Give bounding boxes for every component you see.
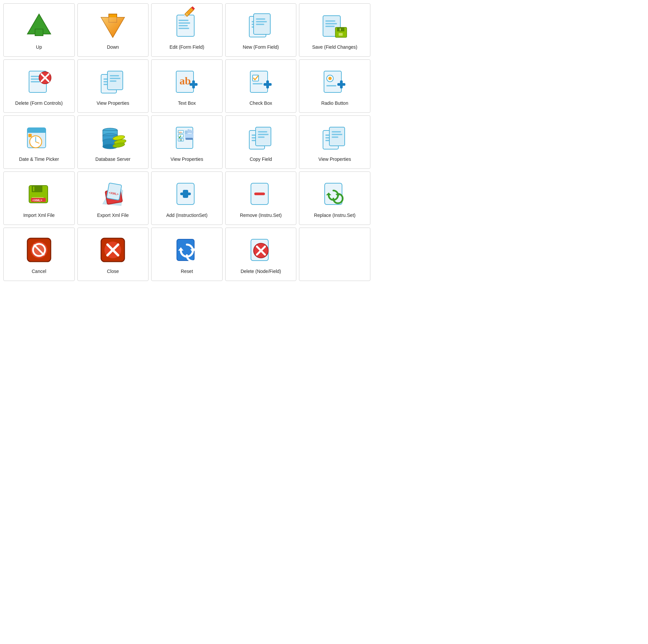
svg-rect-9: [178, 28, 189, 29]
svg-text:als: als: [179, 131, 182, 133]
icon-up: [24, 11, 54, 41]
label-date-time-picker: Date & Time Picker: [19, 156, 59, 163]
label-remove-instruction: Remove (Instru.Set): [240, 212, 282, 219]
cell-view-properties-1[interactable]: View Properties: [77, 59, 149, 113]
icon-add-instruction: [172, 179, 202, 209]
label-replace-instruction: Replace (Instru.Set): [314, 212, 356, 219]
icon-reset: [172, 235, 202, 265]
label-text-box: Text Box: [178, 100, 196, 107]
icon-database-server: [98, 123, 128, 153]
svg-rect-103: [332, 131, 341, 132]
icon-radio-button: [320, 67, 350, 97]
icon-view-properties-3: [320, 123, 350, 153]
svg-rect-44: [110, 80, 116, 82]
svg-rect-62: [28, 131, 46, 133]
cell-save-field-changes[interactable]: Save (Field Changes): [299, 3, 370, 57]
svg-rect-66: [29, 134, 32, 137]
label-view-properties-2: View Properties: [170, 156, 203, 163]
icon-view-properties-2: als: [172, 123, 202, 153]
cell-remove-instruction[interactable]: Remove (Instru.Set): [225, 171, 296, 225]
cell-down[interactable]: Down: [77, 3, 149, 57]
cell-delete-node-field[interactable]: Delete (Node/Field): [225, 227, 296, 281]
cell-add-instruction[interactable]: Add (InstructionSet): [151, 171, 223, 225]
svg-rect-119: [180, 193, 191, 195]
cell-reset[interactable]: Reset: [151, 227, 223, 281]
svg-rect-6: [178, 20, 188, 21]
svg-rect-24: [325, 23, 337, 24]
cell-copy-field[interactable]: Copy Field: [225, 115, 296, 169]
label-export-xml: Export Xml File: [97, 212, 129, 219]
svg-rect-86: [190, 130, 192, 133]
icon-view-properties-1: [98, 67, 128, 97]
svg-rect-25: [325, 26, 335, 27]
cell-empty[interactable]: [299, 227, 370, 281]
cell-date-time-picker[interactable]: Date & Time Picker: [3, 115, 75, 169]
cell-edit-form-field[interactable]: Edit (Form Field): [151, 3, 223, 57]
svg-rect-8: [178, 25, 188, 26]
label-edit-form-field: Edit (Form Field): [169, 44, 204, 51]
svg-rect-19: [256, 18, 265, 20]
cell-view-properties-2[interactable]: als View Properties: [151, 115, 223, 169]
cell-database-server[interactable]: Database Server: [77, 115, 149, 169]
label-add-instruction: Add (InstructionSet): [166, 212, 208, 219]
svg-rect-87: [192, 130, 194, 134]
icon-down: [98, 11, 128, 41]
cell-check-box[interactable]: Check Box: [225, 59, 296, 113]
cell-radio-button[interactable]: Radio Button: [299, 59, 370, 113]
icon-export-xml: <XML>: [98, 179, 128, 209]
icon-cancel: [24, 235, 54, 265]
label-cancel: Cancel: [32, 268, 46, 275]
svg-rect-7: [178, 22, 190, 24]
icon-replace-instruction: [320, 179, 350, 209]
svg-text:ab: ab: [179, 75, 191, 87]
cell-view-properties-3[interactable]: View Properties: [299, 115, 370, 169]
svg-rect-43: [110, 78, 120, 79]
icon-edit-form-field: [172, 11, 202, 41]
label-view-properties-3: View Properties: [318, 156, 351, 163]
label-copy-field: Copy Field: [250, 156, 272, 163]
label-view-properties-1: View Properties: [97, 100, 129, 107]
label-save-field-changes: Save (Field Changes): [312, 44, 357, 51]
cell-up[interactable]: Up: [3, 3, 75, 57]
cell-text-box[interactable]: ab Text Box: [151, 59, 223, 113]
label-database-server: Database Server: [96, 156, 130, 163]
cell-import-xml[interactable]: <XML> Import Xml File: [3, 171, 75, 225]
cell-new-form-field[interactable]: New (Form Field): [225, 3, 296, 57]
label-import-xml: Import Xml File: [23, 212, 55, 219]
svg-rect-57: [326, 85, 336, 87]
label-new-form-field: New (Form Field): [243, 44, 279, 51]
svg-marker-4: [101, 17, 124, 37]
svg-rect-28: [339, 33, 343, 36]
svg-rect-29: [340, 29, 341, 31]
svg-rect-121: [254, 193, 265, 195]
svg-rect-49: [250, 71, 268, 93]
icon-delete-node-field: [246, 235, 276, 265]
svg-rect-53: [266, 80, 269, 89]
svg-text:<XML>: <XML>: [33, 199, 42, 202]
icon-grid: Up Down Edit (Form Field): [3, 3, 370, 281]
cell-cancel[interactable]: Cancel: [3, 227, 75, 281]
cell-replace-instruction[interactable]: Replace (Instru.Set): [299, 171, 370, 225]
svg-point-83: [180, 140, 181, 141]
icon-date-time-picker: [24, 123, 54, 153]
icon-new-form-field: [246, 11, 276, 41]
icon-empty: [320, 238, 350, 268]
cell-delete-form-controls[interactable]: Delete (Form Controls): [3, 59, 75, 113]
cell-export-xml[interactable]: <XML> Export Xml File: [77, 171, 149, 225]
label-reset: Reset: [181, 268, 193, 275]
svg-rect-51: [253, 83, 263, 85]
cell-close[interactable]: Close: [77, 227, 149, 281]
svg-rect-23: [325, 20, 335, 22]
svg-rect-59: [340, 80, 343, 89]
icon-close: [98, 235, 128, 265]
label-delete-form-controls: Delete (Form Controls): [15, 100, 63, 107]
icon-remove-instruction: [246, 179, 276, 209]
icon-text-box: ab: [172, 67, 202, 97]
icon-copy-field: [246, 123, 276, 153]
svg-rect-1: [35, 29, 43, 36]
svg-rect-96: [258, 134, 269, 135]
svg-point-56: [328, 77, 332, 80]
svg-rect-33: [31, 81, 40, 83]
svg-rect-21: [256, 24, 264, 25]
svg-rect-104: [332, 134, 342, 135]
